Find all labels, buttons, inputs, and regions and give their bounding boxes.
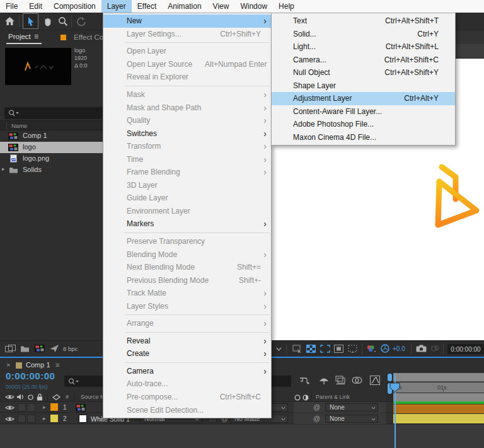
timeline-tab-comp1[interactable]: Comp 1 [26, 361, 50, 369]
menu-item-layer-settings[interactable]: Layer Settings... Ctrl+Shift+Y [103, 28, 271, 41]
label-color-icon[interactable] [52, 394, 60, 401]
menu-item-previous-blending-mode[interactable]: Previous Blending Mode Shift+- [103, 273, 271, 287]
eye-icon[interactable] [5, 394, 14, 400]
menu-item-3d-layer[interactable]: 3D Layer [103, 179, 271, 192]
new-composition-icon[interactable] [35, 345, 45, 352]
timeline-scrollbar[interactable] [393, 393, 484, 401]
menu-item-arrange[interactable]: Arrange [103, 317, 271, 330]
menu-item-transform[interactable]: Transform [103, 140, 271, 153]
submenu-item-null-object[interactable]: Null Object Ctrl+Alt+Shift+Y [272, 66, 455, 79]
region-of-interest-icon[interactable] [320, 345, 330, 353]
layer-1-duration-bar[interactable] [393, 405, 484, 413]
menubar-item-layer[interactable]: Layer [101, 0, 132, 13]
parent-pickwhip-icon[interactable]: @ [313, 415, 320, 422]
transparency-grid-icon[interactable] [306, 345, 316, 353]
menubar-item-animation[interactable]: Animation [162, 0, 207, 13]
close-icon[interactable]: × [6, 361, 10, 369]
menu-item-guide-layer[interactable]: Guide Layer [103, 192, 271, 205]
tab-project[interactable]: Project [8, 33, 31, 40]
menubar-item-view[interactable]: View [207, 0, 235, 13]
parent-dropdown[interactable]: None [325, 415, 378, 423]
menubar-item-edit[interactable]: Edit [23, 0, 48, 13]
layer-2-duration-bar[interactable] [393, 414, 484, 423]
menu-item-pre-compose[interactable]: Pre-compose... Ctrl+Shift+C [103, 391, 271, 404]
menubar-item-window[interactable]: Window [234, 0, 273, 13]
menu-item-switches[interactable]: Switches [103, 127, 271, 140]
submenu-item-text[interactable]: Text Ctrl+Alt+Shift+T [272, 14, 455, 28]
parent-pickwhip-icon[interactable]: @ [313, 403, 320, 411]
menu-item-reveal[interactable]: Reveal [103, 335, 271, 348]
navigator-handle[interactable] [388, 374, 392, 381]
menubar-item-composition[interactable]: Composition [48, 0, 101, 13]
submenu-item-light[interactable]: Light... Ctrl+Alt+Shift+L [272, 40, 455, 54]
menu-item-quality[interactable]: Quality [103, 114, 271, 127]
menu-item-time[interactable]: Time [103, 152, 271, 166]
mask-visibility-icon[interactable] [334, 345, 343, 353]
menu-item-track-matte[interactable]: Track Matte [103, 287, 271, 300]
parent-dropdown[interactable]: None [325, 403, 378, 411]
eye-icon[interactable] [5, 405, 14, 411]
expander-icon[interactable]: ▸ [43, 415, 46, 422]
snapshot-camera-icon[interactable] [416, 345, 427, 352]
playhead-marker[interactable] [389, 382, 400, 393]
menu-item-environment-layer[interactable]: Environment Layer [103, 205, 271, 218]
motion-blur-icon[interactable] [352, 376, 362, 384]
menu-item-preserve-transparency[interactable]: Preserve Transparency [103, 235, 271, 248]
track-matte-column-icon[interactable] [302, 394, 309, 401]
submenu-item-adjustment-layer[interactable]: Adjustment Layer Ctrl+Alt+Y [272, 92, 455, 105]
graph-editor-icon[interactable] [370, 376, 380, 385]
index-column-label[interactable]: # [66, 394, 69, 400]
exposure-value[interactable]: +0.0 [393, 345, 405, 352]
eye-icon[interactable] [5, 416, 14, 422]
solo-cell[interactable] [18, 415, 26, 423]
new-folder-icon[interactable] [20, 345, 30, 352]
submenu-item-content-aware-fill-layer[interactable]: Content-Aware Fill Layer... [272, 105, 455, 118]
menu-item-mask-and-shape-path[interactable]: Mask and Shape Path [103, 101, 271, 114]
shy-layers-icon[interactable] [318, 376, 330, 385]
time-navigator[interactable] [393, 373, 484, 382]
project-panel-menu-icon[interactable]: ≡ [34, 32, 38, 41]
solo-icon[interactable] [28, 394, 33, 400]
orbit-tool-icon[interactable] [76, 16, 86, 26]
expander-icon[interactable]: ▸ [2, 166, 5, 172]
parent-link-column-label[interactable]: Parent & Link [316, 394, 350, 400]
blend-mode-column-icon[interactable] [294, 394, 301, 401]
menubar-item-file[interactable]: File [0, 0, 23, 13]
show-snapshot-icon[interactable] [430, 345, 440, 352]
bit-depth-button[interactable]: 8 bpc [63, 345, 78, 352]
menu-item-camera[interactable]: Camera [103, 365, 271, 378]
layer-label-swatch[interactable] [50, 415, 58, 422]
audio-icon[interactable] [16, 393, 25, 401]
menu-item-mask[interactable]: Mask [103, 88, 271, 101]
layer-label-swatch[interactable] [50, 403, 58, 411]
comp-flowchart-icon[interactable] [299, 376, 310, 386]
menubar-item-help[interactable]: Help [273, 0, 300, 13]
solo-cell[interactable] [18, 403, 26, 411]
target-region-icon[interactable] [348, 345, 358, 353]
send-icon[interactable] [49, 344, 59, 353]
submenu-item-shape-layer[interactable]: Shape Layer [272, 79, 455, 93]
grid-guides-icon[interactable] [292, 345, 302, 353]
home-icon[interactable] [4, 16, 15, 26]
lock-cell[interactable] [27, 403, 35, 411]
menu-item-blending-mode[interactable]: Blending Mode [103, 248, 271, 261]
submenu-item-adobe-photoshop-file[interactable]: Adobe Photoshop File... [272, 118, 455, 131]
chevron-down-icon[interactable] [276, 347, 282, 351]
menu-item-reveal-in-explorer[interactable]: Reveal in Explorer [103, 71, 271, 84]
frame-blending-icon[interactable] [335, 376, 345, 385]
current-timecode[interactable]: 0:00:00:00 [6, 370, 55, 381]
selection-tool-button[interactable] [23, 13, 38, 29]
menu-item-auto-trace[interactable]: Auto-trace... [103, 377, 271, 391]
menu-item-scene-edit-detection[interactable]: Scene Edit Detection... [103, 403, 271, 416]
menu-item-open-layer[interactable]: Open Layer [103, 45, 271, 58]
lock-cell[interactable] [27, 415, 35, 423]
menubar-item-effect[interactable]: Effect [132, 0, 162, 13]
submenu-item-maxon-cinema-4d-file[interactable]: Maxon Cinema 4D File... [272, 131, 455, 144]
menu-item-open-layer-source[interactable]: Open Layer Source Alt+Numpad Enter [103, 58, 271, 71]
hand-tool-icon[interactable] [43, 17, 52, 26]
expander-icon[interactable]: ▸ [43, 404, 46, 410]
timeline-panel-menu-icon[interactable]: ≡ [55, 361, 59, 369]
menu-item-frame-blending[interactable]: Frame Blending [103, 166, 271, 179]
interpret-footage-icon[interactable] [5, 345, 16, 353]
submenu-item-camera[interactable]: Camera... Ctrl+Alt+Shift+C [272, 54, 455, 67]
